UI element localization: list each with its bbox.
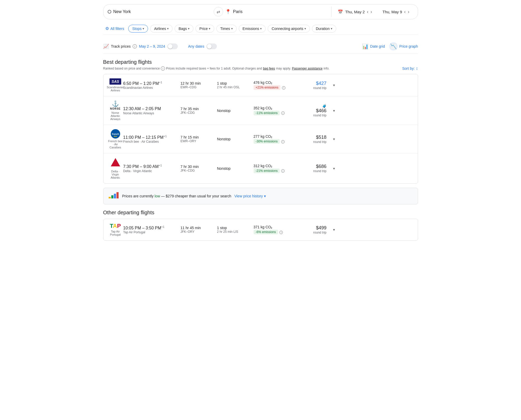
chevron-down-icon: ▾ <box>333 83 335 87</box>
origin-text[interactable]: New York <box>113 9 131 14</box>
destination-pin-icon: 📍 <box>225 9 231 15</box>
origin-circle-icon <box>108 10 111 14</box>
tap-p: P <box>117 223 121 229</box>
price-graph-button[interactable]: 📉 Price graph <box>389 42 418 51</box>
emissions-info-icon: i <box>281 169 285 173</box>
flight-stops-text: Nonstop <box>217 166 254 171</box>
bags-filter-button[interactable]: Bags ▾ <box>175 25 193 33</box>
svg-rect-7 <box>117 192 119 198</box>
flight-times-section: 6:50 PM – 1:20 PM+1 Scandinavian Airline… <box>123 81 181 90</box>
times-filter-button[interactable]: Times ▾ <box>216 25 237 33</box>
date-to-prev[interactable]: ‹ <box>404 9 406 15</box>
flight-time-range: 11:00 PM – 12:15 PM+1 <box>123 135 181 140</box>
other-flights-section: Other departing flights TAP Tap Air Port… <box>103 210 418 241</box>
best-flights-title: Best departing flights <box>103 59 418 65</box>
airline-name: Delta · Virgin Atlantic <box>108 170 123 179</box>
flight-emissions-section: 352 kg CO₂ -11% emissions i <box>254 106 295 115</box>
sas-logo: SAS <box>109 78 121 85</box>
flight-route-text: JFK–CDG <box>181 169 217 172</box>
flight-row[interactable]: SAS Scandinavian Airlines 6:50 PM – 1:20… <box>103 74 418 96</box>
luggage-icon: 🧳 <box>322 104 327 108</box>
price-chevron-icon: ▾ <box>209 27 210 30</box>
price-banner-text1: Prices are currently <box>122 194 154 198</box>
chevron-down-icon: ▾ <box>333 109 335 113</box>
emissions-info-icon: i <box>281 140 285 143</box>
flight-stops-text: 1 stop <box>217 226 254 230</box>
flight-price-amount: $427 <box>295 81 327 86</box>
flight-row[interactable]: french bee French bee · Air Caraïbes 11:… <box>103 125 418 153</box>
any-dates-toggle[interactable] <box>206 43 217 49</box>
svg-text:french: french <box>112 133 119 135</box>
flight-times-section: 10:05 PM – 3:50 PM+1 Tap Air Portugal <box>123 225 181 234</box>
flight-price-amount: $518 <box>295 135 327 140</box>
track-prices-toggle[interactable] <box>167 43 178 49</box>
times-filter-label: Times <box>220 27 230 31</box>
emissions-badge: +21% emissions <box>254 85 281 90</box>
flight-duration-section: 7 hr 30 min JFK–CDG <box>181 165 217 172</box>
date-grid-label: Date grid <box>370 44 385 48</box>
expand-flight-button[interactable]: ▾ <box>327 109 335 113</box>
flight-stops-section: Nonstop <box>217 166 254 171</box>
view-price-history-button[interactable]: View price history ▾ <box>234 194 266 198</box>
sort-by-button[interactable]: Sort by: ↕ <box>402 66 418 71</box>
day-offset: +1 <box>161 225 164 228</box>
date-from-prev[interactable]: ‹ <box>367 9 368 15</box>
flight-price-section: 🧳 $466 round trip <box>295 104 327 117</box>
duration-filter-button[interactable]: Duration ▾ <box>312 25 336 33</box>
date-to-text[interactable]: Thu, May 9 <box>382 10 402 14</box>
date-from-section[interactable]: 📅 Thu, May 2 ‹ › <box>334 9 376 15</box>
destination-section[interactable]: 📍 Paris <box>225 9 329 15</box>
flight-duration-section: 12 hr 30 min EWR–CDG <box>181 81 217 89</box>
sort-icon: ↕ <box>416 66 418 71</box>
duration-filter-label: Duration <box>316 27 330 31</box>
track-dates-text: May 2 – 9, 2024 <box>139 44 165 48</box>
flight-emissions-text: 352 kg CO₂ <box>254 106 295 110</box>
date-to-next[interactable]: › <box>408 9 409 15</box>
passenger-assistance-link[interactable]: Passenger assistance <box>292 67 322 70</box>
date-from-next[interactable]: › <box>370 9 372 15</box>
flight-time-range: 6:50 PM – 1:20 PM+1 <box>123 81 181 86</box>
svg-text:bee: bee <box>114 135 117 137</box>
flight-row[interactable]: Delta · Virgin Atlantic 7:30 PM – 9:00 A… <box>103 153 418 183</box>
day-offset: +1 <box>159 164 162 167</box>
emissions-filter-label: Emissions <box>243 27 259 31</box>
swap-button[interactable]: ⇄ <box>214 7 223 16</box>
all-filters-button[interactable]: ⚙ All filters <box>103 24 126 33</box>
stops-filter-button[interactable]: Stops ▾ <box>128 25 148 33</box>
expand-flight-button[interactable]: ▾ <box>327 166 335 171</box>
emissions-filter-button[interactable]: Emissions ▾ <box>239 25 266 33</box>
flight-row[interactable]: ⚓ NORSE Norse Atlantic Airways 12:30 AM … <box>103 96 418 125</box>
price-banner-icon <box>109 192 119 200</box>
airline-logo-section: SAS Scandinavian Airlines <box>108 78 123 92</box>
airlines-filter-button[interactable]: Airlines ▾ <box>150 25 173 33</box>
flight-stops-section: 1 stop 2 hr 45 min OSL <box>217 81 254 89</box>
flight-duration-text: 7 hr 35 min <box>181 107 217 111</box>
expand-flight-button[interactable]: ▾ <box>327 228 335 232</box>
svg-rect-4 <box>109 197 111 198</box>
flight-airline-name-route: Scandinavian Airlines <box>123 86 181 90</box>
bag-fees-link[interactable]: bag fees <box>263 67 275 70</box>
expand-flight-button[interactable]: ▾ <box>327 137 335 141</box>
date-from-text[interactable]: Thu, May 2 <box>345 10 365 14</box>
tap-a: A <box>113 223 117 229</box>
track-left-section: 📈 Track prices i May 2 – 9, 2024 <box>103 43 178 49</box>
date-to-section[interactable]: Thu, May 9 ‹ › <box>378 9 413 15</box>
chevron-down-icon: ▾ <box>333 228 335 232</box>
flight-price-section: $499 round trip <box>295 225 327 234</box>
flight-route-text: JFK–CDG <box>181 111 217 115</box>
other-flights-container: TAP Tap Air Portugal 10:05 PM – 3:50 PM+… <box>103 219 418 241</box>
svg-rect-5 <box>111 195 113 198</box>
connecting-airports-filter-button[interactable]: Connecting airports ▾ <box>268 25 310 33</box>
airline-logo-section: ⚓ NORSE Norse Atlantic Airways <box>108 101 123 121</box>
destination-text[interactable]: Paris <box>233 9 242 14</box>
flight-row[interactable]: TAP Tap Air Portugal 10:05 PM – 3:50 PM+… <box>103 219 418 240</box>
delta-logo <box>110 158 121 169</box>
origin-section[interactable]: New York <box>108 9 212 14</box>
price-banner-text2: — $279 cheaper than usual for your searc… <box>161 194 231 198</box>
flight-duration-section: 7 hr 35 min JFK–CDG <box>181 107 217 115</box>
price-filter-button[interactable]: Price ▾ <box>195 25 214 33</box>
flight-times-section: 11:00 PM – 12:15 PM+1 French bee · Air C… <box>123 135 181 143</box>
expand-flight-button[interactable]: ▾ <box>327 83 335 87</box>
date-grid-button[interactable]: 📊 Date grid <box>362 43 385 49</box>
price-graph-label: Price graph <box>399 44 418 48</box>
